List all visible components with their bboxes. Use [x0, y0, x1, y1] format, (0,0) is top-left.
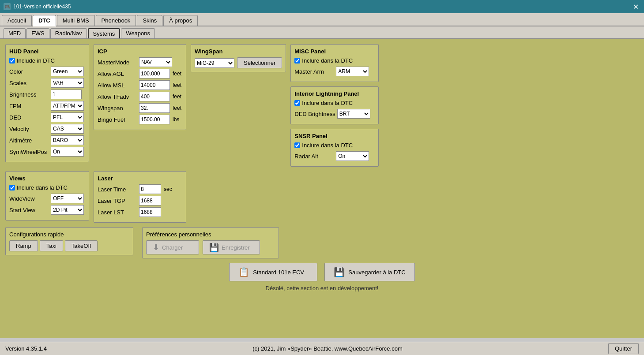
- wingspan-panel: WingSpan MiG-29F-16F-15Su-27 Sélectionne…: [191, 44, 286, 72]
- icp-bingo-fuel-unit: lbs: [173, 116, 179, 123]
- misc-include-label: Inclure dans la DTC: [302, 57, 353, 64]
- hud-panel: HUD Panel Include in DTC Color GreenWhit…: [5, 44, 89, 162]
- tab-weapons[interactable]: Weapons: [121, 28, 155, 38]
- statusbar: Version 4.35.1.4 (c) 2021, Jim «Spyder» …: [0, 342, 644, 355]
- laser-tgp-input[interactable]: [139, 196, 161, 206]
- hud-brightness-input[interactable]: [51, 90, 82, 99]
- wideview-label: WideView: [9, 195, 49, 202]
- config-taxi-button[interactable]: Taxi: [40, 240, 63, 251]
- hud-velocity-label: Velocity: [9, 126, 49, 132]
- views-include-checkbox[interactable]: [9, 185, 15, 191]
- tab-accueil[interactable]: Accueil: [2, 15, 32, 26]
- main-content: HUD Panel Include in DTC Color GreenWhit…: [0, 39, 644, 338]
- icp-allow-msl-input[interactable]: [139, 80, 170, 90]
- enregistrer-icon: 💾: [209, 243, 219, 252]
- hud-fpm-label: FPM: [9, 103, 49, 109]
- interior-lightning-panel: Interior Lightning Panel Inclure dans la…: [290, 86, 379, 124]
- interior-lightning-title: Interior Lightning Panel: [294, 90, 375, 97]
- hud-include-label: Include in DTC: [17, 57, 55, 64]
- quit-button[interactable]: Quitter: [608, 343, 639, 354]
- wingspan-select-button[interactable]: Sélectionner: [237, 57, 282, 68]
- app-icon: 🎮: [4, 3, 11, 10]
- enregistrer-label: Enregistrer: [222, 244, 250, 251]
- close-button[interactable]: ✕: [631, 3, 640, 11]
- copyright-label: (c) 2021, Jim «Spyder» Beattie, www.Queb…: [252, 345, 403, 352]
- views-panel-title: Views: [9, 175, 85, 182]
- hud-scales-select[interactable]: VAHTASCAS: [51, 78, 84, 88]
- interior-include-label: Inclure dans la DTC: [302, 100, 353, 106]
- interior-include-checkbox[interactable]: [294, 100, 300, 106]
- tab-dtc[interactable]: DTC: [33, 15, 56, 26]
- snsr-include-checkbox[interactable]: [294, 142, 300, 148]
- radar-alt-select[interactable]: OnOff: [336, 151, 369, 161]
- views-include-label: Inclure dans la DTC: [17, 184, 68, 191]
- sub-tab-bar: MFD EWS Radio/Nav Systems Weapons: [0, 26, 644, 39]
- titlebar: 🎮 101-Version officielle435 ✕: [0, 0, 644, 13]
- start-view-label: Start View: [9, 207, 49, 213]
- icp-bingo-fuel-input[interactable]: [139, 115, 170, 124]
- hud-fpm-select[interactable]: ATT/FPMFPMATT: [51, 101, 84, 111]
- icp-allow-agl-label: Allow AGL: [98, 71, 137, 77]
- hud-ded-label: DED: [9, 114, 49, 121]
- hud-brightness-label: Brightness: [9, 91, 49, 98]
- laser-panel: Laser Laser Time sec Laser TGP Laser LST: [94, 171, 186, 223]
- configurations-panel: Configurations rapide Ramp Taxi TakeOff: [5, 227, 133, 255]
- hud-altimetre-label: Altimètre: [9, 137, 49, 144]
- icp-allow-agl-input[interactable]: [139, 69, 170, 78]
- hud-scales-label: Scales: [9, 80, 49, 86]
- icp-allow-msl-unit: feet: [173, 82, 181, 88]
- laser-lst-input[interactable]: [139, 207, 161, 217]
- tab-phonebook[interactable]: Phonebook: [96, 15, 136, 26]
- save-dtc-icon: 💾: [334, 267, 345, 277]
- tab-systems[interactable]: Systems: [88, 28, 121, 38]
- enregistrer-button[interactable]: 💾 Enregistrer: [203, 240, 260, 254]
- config-takeoff-button[interactable]: TakeOff: [65, 240, 98, 251]
- hud-ded-select[interactable]: PFLDED: [51, 112, 84, 122]
- tab-multi-bms[interactable]: Multi-BMS: [57, 15, 95, 26]
- hud-velocity-select[interactable]: CASTASGND: [51, 124, 84, 134]
- radar-alt-label: Radar Alt: [294, 153, 334, 160]
- config-ramp-button[interactable]: Ramp: [9, 240, 38, 251]
- notice-text: Désolé, cette section est en développeme…: [5, 285, 639, 291]
- snsr-include-label: Inclure dans la DTC: [302, 142, 353, 149]
- wideview-select[interactable]: OFFON: [51, 194, 84, 203]
- icp-panel-title: ICP: [98, 48, 182, 55]
- icp-panel: ICP MasterMode NAVAAAG Allow AGL feet Al…: [94, 44, 186, 130]
- hud-symwheelpos-select[interactable]: OnOff: [51, 147, 84, 157]
- misc-include-checkbox[interactable]: [294, 58, 300, 64]
- charger-button[interactable]: ⬇ Charger: [146, 240, 199, 254]
- icp-allow-agl-unit: feet: [173, 71, 181, 77]
- laser-time-input[interactable]: [139, 184, 161, 194]
- standard-label: Standard 101e ECV: [253, 269, 304, 276]
- hud-altimetre-select[interactable]: BARORADAR: [51, 135, 84, 145]
- standard-button[interactable]: 📋 Standard 101e ECV: [229, 263, 317, 281]
- hud-color-select[interactable]: GreenWhiteYellowRed: [51, 67, 84, 76]
- icp-wingspan-label: Wingspan: [98, 105, 137, 112]
- ded-brightness-select[interactable]: BRTDIMOFF: [337, 109, 370, 119]
- icp-wingspan-input[interactable]: [139, 103, 170, 113]
- start-view-select[interactable]: 2D Pit3D PitOutside: [51, 205, 84, 215]
- standard-icon: 📋: [238, 267, 249, 277]
- icp-allow-tfadv-label: Allow TFadv: [98, 93, 137, 100]
- hud-include-checkbox[interactable]: [9, 58, 15, 64]
- wingspan-select[interactable]: MiG-29F-16F-15Su-27: [195, 58, 234, 68]
- icp-mastermode-select[interactable]: NAVAAAG: [139, 57, 172, 67]
- tab-skins[interactable]: Skins: [137, 15, 162, 26]
- configurations-title: Configurations rapide: [9, 231, 129, 238]
- icp-bingo-fuel-label: Bingo Fuel: [98, 116, 137, 123]
- save-dtc-button[interactable]: 💾 Sauvegarder à la DTC: [324, 263, 414, 281]
- misc-panel-title: MISC Panel: [294, 48, 375, 55]
- hud-symwheelpos-label: SymWheelPos: [9, 149, 49, 155]
- misc-master-arm-select[interactable]: ARMSAFESIM: [336, 67, 369, 76]
- tab-radionav[interactable]: Radio/Nav: [50, 28, 87, 38]
- views-panel: Views Inclure dans la DTC WideView OFFON…: [5, 171, 89, 220]
- tab-apropos[interactable]: À propos: [163, 15, 198, 26]
- icp-allow-tfadv-input[interactable]: [139, 92, 170, 101]
- laser-time-unit: sec: [164, 186, 172, 192]
- icp-allow-tfadv-unit: feet: [173, 93, 181, 100]
- hud-color-label: Color: [9, 68, 49, 75]
- tab-ews[interactable]: EWS: [26, 28, 49, 38]
- hud-panel-title: HUD Panel: [9, 48, 85, 55]
- tab-mfd[interactable]: MFD: [4, 28, 26, 38]
- charger-icon: ⬇: [153, 243, 159, 252]
